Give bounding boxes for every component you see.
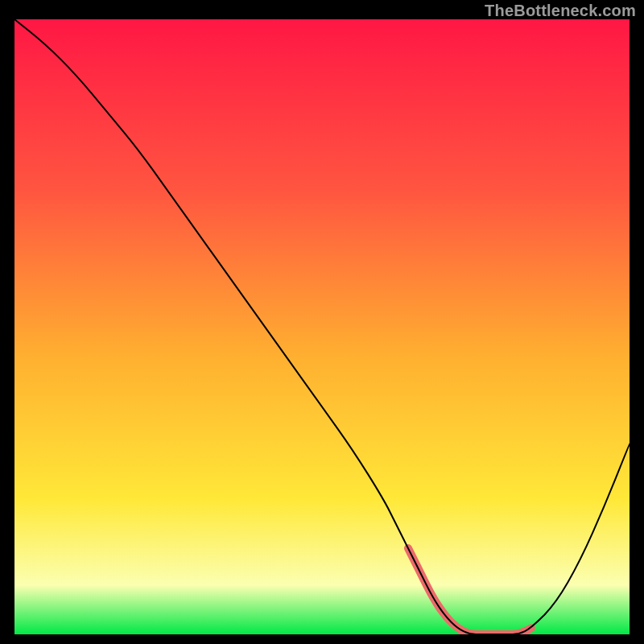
watermark-text: TheBottleneck.com — [485, 2, 636, 20]
chart-frame: TheBottleneck.com — [0, 0, 644, 644]
bottleneck-chart — [14, 19, 630, 634]
plot-area — [14, 19, 630, 634]
